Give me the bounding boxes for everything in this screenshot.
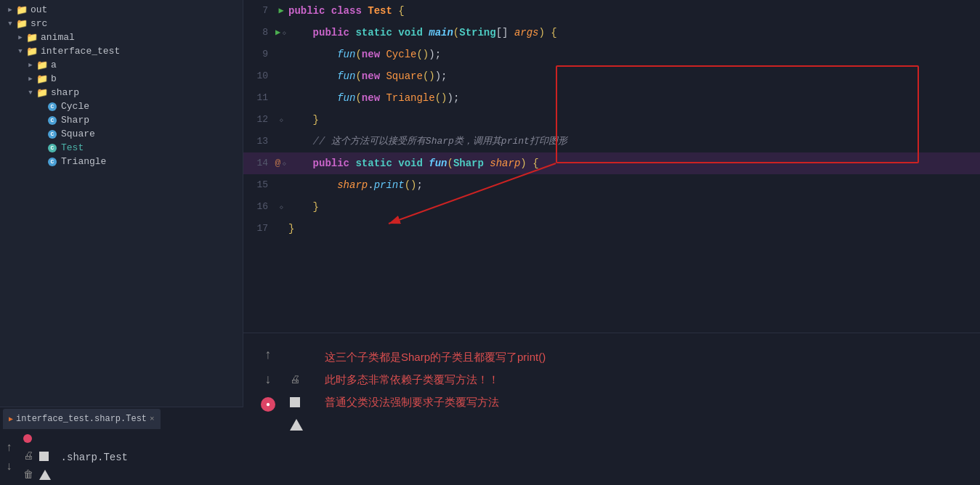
- at-icon-14: @: [275, 152, 281, 174]
- trash-icon: 🗑: [23, 469, 33, 481]
- paren-10: (: [355, 65, 361, 87]
- file-tree-sidebar: ▶ 📁 out ▼ 📁 src ▶ 📁 animal ▼ 📁 interface…: [0, 0, 243, 485]
- bottom-row-2: 🖨: [23, 450, 51, 462]
- bottom-shapes: 🖨 🗑: [23, 434, 51, 481]
- tree-arrow-src: ▼: [6, 20, 15, 28]
- code-line-15: 15 sharp.print();: [243, 174, 980, 196]
- method-print: print: [374, 174, 405, 196]
- kw-new-9: new: [362, 44, 386, 65]
- kw-new-10: new: [362, 65, 386, 87]
- paren-8-open: (: [453, 22, 459, 44]
- semi-15: ;: [416, 174, 422, 196]
- obj-triangle: Triangle: [386, 87, 434, 109]
- tab-interface-test-sharp-test[interactable]: ▶ interface_test.sharp.Test ×: [3, 409, 161, 429]
- run-arrow-8[interactable]: ▶: [275, 22, 280, 44]
- kw-void-14: void: [398, 152, 429, 174]
- brace-16: }: [313, 196, 319, 218]
- line-13-content: // 这个方法可以接受所有Sharp类，调用其print打印图形: [288, 131, 977, 152]
- tree-arrow-a: ▶: [26, 61, 35, 70]
- up-arrow-icon[interactable]: ↑: [6, 441, 13, 455]
- comment-chinese-13: 这个方法可以接受所有Sharp类，调用其print打印图形: [331, 131, 567, 152]
- method-fun-11: fun: [337, 87, 355, 109]
- sidebar-label-square: Square: [61, 129, 95, 139]
- sidebar-item-animal[interactable]: ▶ 📁 animal: [0, 30, 243, 44]
- obj-square: Square: [386, 65, 422, 87]
- sidebar-item-out[interactable]: ▶ 📁 out: [0, 3, 243, 17]
- run-arrow-7[interactable]: ▶: [278, 0, 283, 22]
- class-path-text: .sharp.Test: [61, 452, 128, 463]
- kw-static-14: static: [355, 152, 398, 174]
- code-line-17: 17 }: [243, 218, 980, 240]
- sidebar-item-src[interactable]: ▼ 📁 src: [0, 17, 243, 30]
- sidebar-item-sharp-class[interactable]: ▶ C Sharp: [0, 113, 243, 127]
- line-gutter-8: ▶ ⬦: [274, 22, 288, 44]
- line-num-7: 7: [246, 0, 268, 22]
- class-test: Test: [368, 0, 398, 22]
- line-9-content: fun(new Cycle());: [288, 44, 977, 65]
- var-sharp-15: sharp: [337, 174, 368, 196]
- line-gutter-7: ▶: [274, 0, 288, 22]
- line-16-content: }: [288, 196, 977, 218]
- sidebar-bottom: ▶ interface_test.sharp.Test × ↑ ↓ 🖨: [0, 407, 243, 485]
- class-icon-test: C: [46, 143, 58, 153]
- line-14-content: public static void fun(Sharp sharp) {: [288, 152, 977, 174]
- param-sharp: sharp: [490, 152, 520, 174]
- class-icon-square: C: [46, 129, 58, 139]
- line-17-content: }: [288, 218, 977, 240]
- paren-9: (: [355, 44, 361, 65]
- kw-public-8: public: [313, 22, 356, 44]
- tree-arrow-out: ▶: [6, 6, 15, 15]
- sidebar-label-sharp-class: Sharp: [61, 115, 89, 126]
- nav-up-button[interactable]: ↑: [264, 348, 272, 362]
- sidebar-label-interface-test: interface_test: [41, 46, 120, 57]
- kw-void-8: void: [398, 22, 429, 44]
- sidebar-item-triangle[interactable]: ▶ C Triangle: [0, 155, 243, 168]
- sidebar-item-b[interactable]: ▶ 📁 b: [0, 72, 243, 86]
- paren-11: (: [355, 87, 361, 109]
- tree-arrow-b: ▶: [26, 75, 35, 83]
- sidebar-item-square[interactable]: ▶ C Square: [0, 127, 243, 141]
- sidebar-label-triangle: Triangle: [61, 156, 106, 167]
- annotation-text-block: 这三个子类都是Sharp的子类且都覆写了print() 此时多态非常依赖子类覆写…: [325, 345, 546, 409]
- code-line-10: 10 fun(new Square());: [243, 65, 980, 87]
- sidebar-item-cycle[interactable]: ▶ C Cycle: [0, 99, 243, 113]
- annotation-line-3: 普通父类没法强制要求子类覆写方法: [325, 396, 546, 409]
- nav-down-button[interactable]: ↓: [264, 372, 272, 387]
- paren-15: (): [405, 174, 417, 196]
- sidebar-item-interface-test[interactable]: ▼ 📁 interface_test: [0, 44, 243, 58]
- tab-run-icon: ▶: [9, 415, 13, 423]
- circle-run-glyph: ●: [266, 401, 270, 409]
- class-path-label: .sharp.Test: [61, 451, 128, 464]
- bracket-8: []: [496, 22, 514, 44]
- class-icon-cycle: C: [46, 102, 58, 112]
- line-num-13: 13: [246, 131, 268, 152]
- code-line-11: 11 fun(new Triangle());: [243, 87, 980, 109]
- tab-bar: ▶ interface_test.sharp.Test ×: [0, 407, 243, 430]
- class-path-row: ↑ ↓ 🖨 🗑 .shar: [0, 430, 243, 485]
- code-line-12: 12 ⬦ }: [243, 109, 980, 131]
- paren-14: (: [447, 152, 453, 174]
- line-11-content: fun(new Triangle());: [288, 87, 977, 109]
- circle-shape-icon: [23, 434, 32, 443]
- sidebar-item-sharp-folder[interactable]: ▼ 📁 sharp: [0, 86, 243, 99]
- sidebar-label-sharp: sharp: [51, 87, 79, 98]
- kw-class: class: [331, 0, 368, 22]
- folder-icon-interface-test: 📁: [26, 46, 38, 57]
- circle-run-icon: ●: [261, 397, 275, 412]
- nav-arrows: ↑ ↓: [6, 441, 19, 473]
- paren-14b: ): [520, 152, 532, 174]
- down-arrow-icon[interactable]: ↓: [6, 460, 13, 473]
- line-num-9: 9: [246, 44, 268, 65]
- line-gutter-14: @ ⬦: [274, 152, 288, 174]
- sidebar-label-cycle: Cycle: [61, 101, 89, 112]
- sidebar-item-a[interactable]: ▶ 📁 a: [0, 58, 243, 72]
- line-num-14: 14: [246, 152, 268, 174]
- sidebar-label-animal: animal: [41, 32, 75, 43]
- tab-label: interface_test.sharp.Test: [16, 414, 147, 424]
- class-icon-triangle: C: [46, 157, 58, 167]
- sidebar-item-test[interactable]: ▶ C Test: [0, 141, 243, 155]
- semi-10: );: [435, 65, 448, 87]
- tab-close-button[interactable]: ×: [150, 415, 155, 423]
- line-num-10: 10: [246, 65, 268, 87]
- triangle-shape: [290, 419, 303, 431]
